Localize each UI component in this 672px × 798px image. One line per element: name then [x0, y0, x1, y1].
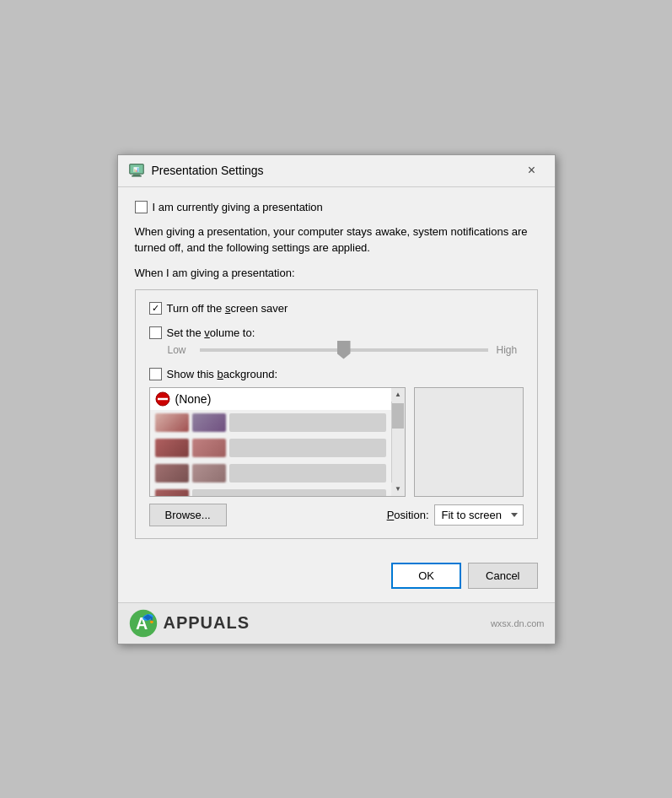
bg-row-2[interactable] — [150, 435, 391, 461]
background-content: (None) — [149, 387, 524, 497]
watermark-bar: A APPUALS wxsx.dn.com — [118, 602, 555, 644]
list-scrollbar[interactable]: ▲ ▼ — [391, 388, 405, 496]
scroll-up-button[interactable]: ▲ — [391, 388, 405, 402]
position-label: Position: — [387, 509, 429, 521]
volume-high-label: High — [497, 344, 524, 356]
dialog-title: Presentation Settings — [152, 164, 519, 177]
volume-slider[interactable] — [200, 348, 488, 352]
presentation-settings-dialog: 📊 Presentation Settings × I am currently… — [117, 154, 556, 644]
background-label[interactable]: Show this background: — [167, 368, 278, 380]
volume-label[interactable]: Set the volume to: — [167, 326, 255, 339]
description-text: When giving a presentation, your compute… — [135, 224, 538, 256]
screen-saver-checkbox[interactable] — [149, 302, 162, 315]
background-checkbox[interactable] — [149, 368, 162, 380]
none-item-label: (None) — [175, 392, 212, 406]
currently-presenting-label[interactable]: I am currently giving a presentation — [153, 201, 323, 213]
browse-button[interactable]: Browse... — [149, 504, 227, 526]
volume-low-label: Low — [168, 344, 191, 356]
svg-text:📊: 📊 — [132, 166, 139, 173]
currently-presenting-checkbox[interactable] — [135, 201, 148, 213]
volume-row: Set the volume to: — [149, 326, 524, 339]
volume-slider-container: Low High — [149, 344, 524, 356]
svg-rect-2 — [132, 175, 142, 177]
main-checkbox-row: I am currently giving a presentation — [135, 201, 538, 213]
position-area: Position: Fit to screen Center Tile Stre… — [387, 504, 524, 526]
scroll-thumb[interactable] — [392, 403, 404, 429]
appuals-icon: A — [128, 608, 159, 639]
scroll-down-button[interactable]: ▼ — [391, 483, 405, 496]
bg-row-4[interactable] — [150, 486, 391, 496]
bg-row-1[interactable] — [150, 410, 391, 435]
svg-point-12 — [150, 620, 153, 623]
cancel-button[interactable]: Cancel — [468, 563, 537, 589]
volume-checkbox[interactable] — [149, 326, 162, 339]
settings-group: Turn off the screen saver Set the volume… — [135, 289, 538, 539]
background-section: Show this background: — [149, 368, 524, 526]
bottom-controls: Browse... Position: Fit to screen Center… — [149, 504, 524, 526]
screen-saver-label[interactable]: Turn off the screen saver — [167, 302, 288, 315]
no-entry-icon — [155, 391, 170, 407]
appuals-logo: A APPUALS — [128, 608, 250, 639]
svg-rect-1 — [132, 174, 139, 175]
background-list: (None) — [150, 388, 391, 496]
bg-row-3[interactable] — [150, 461, 391, 486]
ok-button[interactable]: OK — [391, 563, 461, 589]
close-button[interactable]: × — [519, 160, 545, 181]
when-label: When I am giving a presentation: — [135, 267, 538, 279]
volume-section: Set the volume to: Low High — [149, 326, 524, 356]
watermark-site: wxsx.dn.com — [491, 618, 545, 628]
background-list-wrapper: (None) — [149, 387, 406, 497]
appuals-text-label: APPUALS — [164, 613, 250, 633]
position-select[interactable]: Fit to screen Center Tile Stretch Fill S… — [434, 504, 524, 526]
background-preview — [414, 387, 524, 497]
dialog-buttons: OK Cancel — [118, 553, 555, 602]
screen-saver-row: Turn off the screen saver — [149, 302, 524, 315]
title-bar: 📊 Presentation Settings × — [118, 155, 555, 187]
dialog-icon: 📊 — [128, 162, 145, 179]
list-item-none[interactable]: (None) — [150, 388, 391, 410]
dialog-content: I am currently giving a presentation Whe… — [118, 187, 555, 553]
background-row: Show this background: — [149, 368, 524, 380]
